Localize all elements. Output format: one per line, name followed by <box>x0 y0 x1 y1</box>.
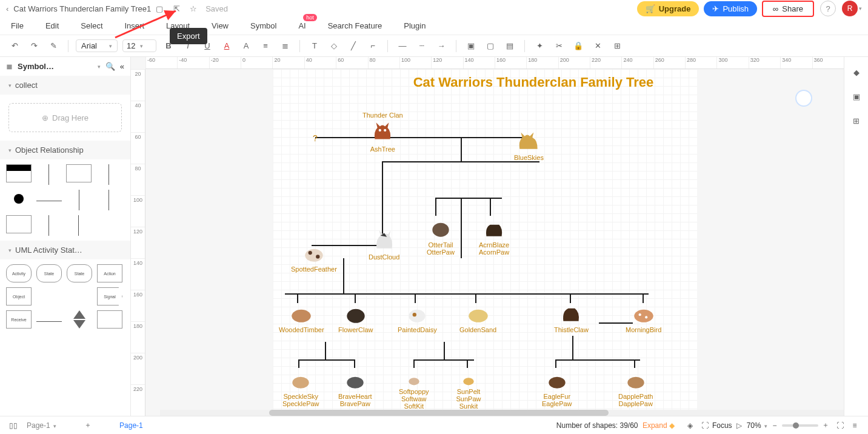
pages-icon[interactable]: ▯▯ <box>6 421 21 430</box>
node-painteddaisy[interactable]: PaintedDaisy <box>398 299 437 333</box>
library-icon[interactable]: ≣ <box>6 62 13 71</box>
shape-line[interactable] <box>36 201 62 201</box>
floating-handle[interactable] <box>795 90 812 107</box>
shape-blank[interactable] <box>36 287 62 305</box>
linestyle-icon[interactable]: — <box>395 39 410 53</box>
shape-v4[interactable] <box>78 215 79 236</box>
shape-dot[interactable] <box>6 190 32 208</box>
node-braveheart[interactable]: BraveHeartBravePaw <box>338 366 372 407</box>
section-uml[interactable]: ▾UML Activity Stat… <box>0 241 130 259</box>
share-button[interactable]: ∞ Share <box>762 1 814 17</box>
font-select[interactable]: Arial▾ <box>76 39 118 52</box>
menu-ai[interactable]: AIhot <box>298 21 305 30</box>
layers-icon[interactable]: ▣ <box>850 90 863 103</box>
linedash-icon[interactable]: ┄ <box>415 39 429 53</box>
zoom-value[interactable]: 70% ▾ <box>747 421 767 430</box>
menu-edit[interactable]: Edit <box>45 21 59 30</box>
img1-icon[interactable]: ▣ <box>464 39 478 53</box>
zoom-in-icon[interactable]: ＋ <box>818 420 833 430</box>
section-collect[interactable]: ▾collect <box>0 76 130 95</box>
search-icon[interactable]: 🔍 <box>105 62 115 71</box>
menu-symbol[interactable]: Symbol <box>250 21 276 30</box>
tools-icon[interactable]: ✕ <box>590 39 605 53</box>
grid-icon[interactable]: ⊞ <box>850 114 863 127</box>
shape-divider2[interactable] <box>109 164 109 185</box>
img2-icon[interactable]: ▢ <box>483 39 498 53</box>
user-avatar[interactable]: R <box>842 1 858 16</box>
shape-v3[interactable] <box>48 215 49 236</box>
node-dapplepath[interactable]: DapplePathDapplePaw <box>618 366 653 407</box>
shape-divider[interactable] <box>48 164 49 185</box>
layout-icon[interactable]: ⊞ <box>610 39 624 53</box>
scrollbar-horizontal[interactable] <box>160 410 844 416</box>
node-question[interactable]: ? <box>313 133 318 143</box>
sidebar-caret-icon[interactable]: ▾ <box>98 64 101 70</box>
zoom-out-icon[interactable]: − <box>767 421 782 430</box>
shape-line2[interactable] <box>36 321 62 322</box>
shape-receive[interactable]: Receive <box>6 310 32 329</box>
shape-state2[interactable]: State <box>67 264 92 282</box>
back-button[interactable]: ‹ <box>6 4 8 13</box>
crop-icon[interactable]: ✂ <box>552 39 566 53</box>
shape-icon[interactable]: ◇ <box>327 39 341 53</box>
node-woodedtimber[interactable]: WoodedTimber <box>279 299 324 333</box>
connector-icon[interactable]: ⌐ <box>366 39 380 53</box>
highlight-icon[interactable]: A <box>239 39 253 53</box>
upgrade-button[interactable]: 🛒 Upgrade <box>637 1 699 16</box>
node-thunderclan[interactable]: Thunder Clan AshTree <box>362 112 403 153</box>
lock-icon[interactable]: 🔒 <box>571 39 586 53</box>
shape-v1[interactable] <box>79 190 79 210</box>
fontsize-select[interactable]: 12▾ <box>122 39 156 52</box>
shape-activity[interactable]: Activity <box>6 264 32 282</box>
focus-icon[interactable]: ⛶ <box>698 421 712 430</box>
line-icon[interactable]: ╱ <box>346 39 361 53</box>
node-goldensand[interactable]: GoldenSand <box>459 299 496 333</box>
arrow-icon[interactable]: → <box>434 39 449 53</box>
collapse-icon[interactable]: « <box>120 62 124 71</box>
publish-button[interactable]: ✈ Publish <box>704 1 757 16</box>
add-page-icon[interactable]: ＋ <box>81 420 95 430</box>
spacing-icon[interactable]: ≣ <box>278 39 292 53</box>
shape-signal[interactable]: Signal <box>97 287 122 305</box>
node-blueskies[interactable]: BlueSkies <box>514 127 544 161</box>
node-ottertail[interactable]: OtterTailOtterPaw <box>427 215 455 256</box>
fit-icon[interactable]: ⛶ <box>833 421 847 430</box>
shape-state[interactable]: State <box>36 264 62 282</box>
redo-icon[interactable]: ↷ <box>27 39 41 53</box>
node-sunpelt[interactable]: SunPeltSunPawSunkit <box>455 371 482 410</box>
drag-zone[interactable]: ⊕ Drag Here <box>8 103 122 132</box>
help-icon[interactable]: ? <box>820 1 836 16</box>
expand-link[interactable]: Expand <box>643 421 667 430</box>
menu-plugin[interactable]: Plugin <box>404 21 426 30</box>
node-eaglefur[interactable]: EagleFurEaglePaw <box>542 366 572 407</box>
avatar-caret-icon[interactable]: ▾ <box>859 5 862 12</box>
page-label[interactable]: Page-1 ▾ <box>27 421 56 430</box>
node-acrnblaze[interactable]: AcrnBlazeAcornPaw <box>479 215 509 256</box>
undo-icon[interactable]: ↶ <box>7 39 22 53</box>
star-icon[interactable]: ☆ <box>185 4 202 13</box>
shape-v2[interactable] <box>109 190 109 210</box>
fontcolor-icon[interactable]: A <box>219 39 234 53</box>
fill-icon[interactable]: ◆ <box>850 65 863 79</box>
zoom-slider[interactable] <box>782 424 818 427</box>
menu-view[interactable]: View <box>212 21 229 30</box>
shape-blank2[interactable] <box>67 287 92 305</box>
settings-icon[interactable]: ≡ <box>847 421 862 430</box>
shape-class[interactable] <box>6 164 32 182</box>
effects-icon[interactable]: ✦ <box>532 39 547 53</box>
canvas-area[interactable]: -60-40-200204060801001201401601802002202… <box>131 57 844 416</box>
align-icon[interactable]: ≡ <box>258 39 273 53</box>
shape-split[interactable] <box>6 215 32 233</box>
presentation-icon[interactable]: ▷ <box>732 421 747 430</box>
shape-hourglass[interactable] <box>67 310 92 329</box>
focus-label[interactable]: Focus <box>712 421 732 430</box>
node-dustcloud[interactable]: DustCloud <box>369 227 399 261</box>
img3-icon[interactable]: ▤ <box>502 39 517 53</box>
node-softpoppy[interactable]: SoftpoppySoftwawSoftKit <box>399 371 429 410</box>
text-icon[interactable]: T <box>307 39 322 53</box>
node-flowerclaw[interactable]: FlowerClaw <box>338 299 373 333</box>
format-painter-icon[interactable]: ✎ <box>46 39 61 53</box>
layers-toggle-icon[interactable]: ◈ <box>683 421 698 430</box>
node-specklesky[interactable]: SpeckleSkySpecklePaw <box>282 366 319 407</box>
node-thistleclaw[interactable]: ThistleClaw <box>554 299 589 333</box>
